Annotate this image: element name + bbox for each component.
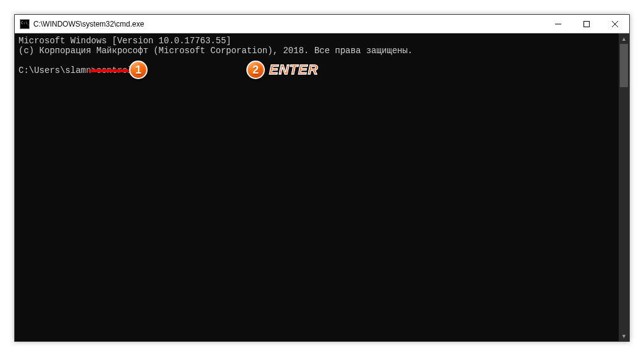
- titlebar[interactable]: C:\WINDOWS\system32\cmd.exe: [15, 15, 629, 33]
- maximize-icon: [583, 21, 590, 27]
- console-command: control: [96, 66, 133, 75]
- scroll-down-arrow-icon[interactable]: ▼: [619, 331, 629, 341]
- console-output[interactable]: Microsoft Windows [Version 10.0.17763.55…: [15, 33, 619, 341]
- window-title: C:\WINDOWS\system32\cmd.exe: [33, 20, 544, 28]
- maximize-button[interactable]: [572, 15, 601, 33]
- cmd-window: C:\WINDOWS\system32\cmd.exe Microsoft Wi…: [15, 15, 629, 341]
- scroll-up-arrow-icon[interactable]: ▲: [619, 33, 629, 44]
- vertical-scrollbar[interactable]: ▲ ▼: [619, 33, 629, 341]
- close-button[interactable]: [601, 15, 629, 33]
- scroll-track[interactable]: [619, 44, 629, 331]
- console-area: Microsoft Windows [Version 10.0.17763.55…: [15, 33, 629, 341]
- close-icon: [612, 21, 618, 27]
- console-line-version: Microsoft Windows [Version 10.0.17763.55…: [19, 36, 231, 46]
- minimize-button[interactable]: [544, 15, 572, 33]
- console-line-copyright: (c) Корпорация Майкрософт (Microsoft Cor…: [19, 46, 413, 56]
- scroll-thumb[interactable]: [620, 44, 628, 87]
- window-controls: [544, 15, 629, 33]
- window-frame: C:\WINDOWS\system32\cmd.exe Microsoft Wi…: [14, 14, 630, 342]
- console-prompt: C:\Users\slamn>: [19, 66, 96, 75]
- svg-rect-1: [584, 21, 590, 27]
- minimize-icon: [555, 21, 561, 27]
- cmd-icon: [20, 19, 30, 29]
